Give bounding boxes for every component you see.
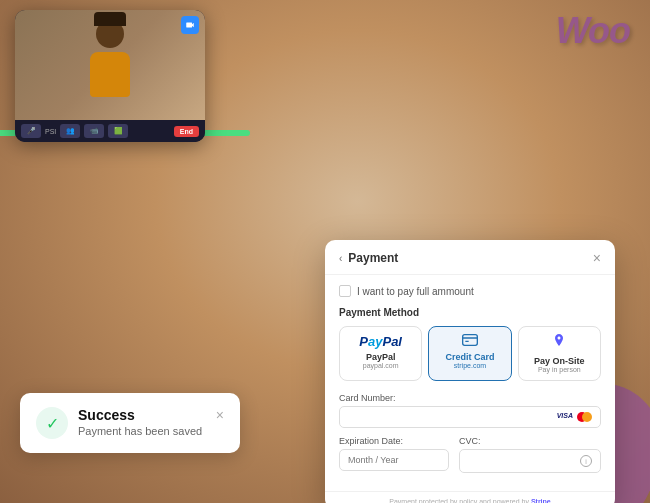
full-amount-label: I want to pay full ammount	[357, 286, 474, 297]
modal-header: ‹ Payment ×	[325, 240, 615, 275]
video-call-widget: 🎤 PSI 👥 📹 🟩 End	[15, 10, 205, 142]
full-amount-checkbox-row: I want to pay full ammount	[339, 285, 601, 297]
card-number-row: VISA	[339, 406, 601, 428]
success-close-button[interactable]: ×	[216, 407, 224, 423]
mic-button[interactable]: 🎤	[21, 124, 41, 138]
video-button[interactable]: 📹	[84, 124, 104, 138]
share-button[interactable]: 🟩	[108, 124, 128, 138]
pay-on-site-sub: Pay in person	[523, 366, 596, 373]
modal-back-arrow[interactable]: ‹	[339, 253, 342, 264]
cvc-row: i	[459, 449, 601, 473]
toolbar-label: PSI	[45, 128, 56, 135]
video-main-area	[15, 10, 205, 120]
person-hat	[94, 12, 126, 26]
success-checkmark-icon: ✓	[46, 414, 59, 433]
pay-on-site-method-button[interactable]: Pay On-Site Pay in person	[518, 326, 601, 381]
modal-body: I want to pay full ammount Payment Metho…	[325, 275, 615, 491]
full-amount-checkbox[interactable]	[339, 285, 351, 297]
paypal-method-button[interactable]: PayPal PayPal paypal.com	[339, 326, 422, 381]
video-toolbar: 🎤 PSI 👥 📹 🟩 End	[15, 120, 205, 142]
person-body	[90, 52, 130, 97]
pay-on-site-name: Pay On-Site	[523, 356, 596, 366]
payment-methods-group: PayPal PayPal paypal.com Credit Card str…	[339, 326, 601, 381]
mastercard-logo	[577, 412, 592, 422]
video-person	[80, 20, 140, 110]
success-toast: ✓ Success Payment has been saved ×	[20, 393, 240, 453]
credit-card-icon	[433, 334, 506, 349]
woo-logo: Woo	[556, 10, 630, 52]
end-call-button[interactable]: End	[174, 126, 199, 137]
stripe-footer: Payment protected by policy and powered …	[325, 491, 615, 503]
card-logos: VISA	[557, 412, 592, 422]
card-number-input[interactable]	[348, 412, 557, 422]
modal-title-row: ‹ Payment	[339, 251, 398, 265]
payment-modal: ‹ Payment × I want to pay full ammount P…	[325, 240, 615, 503]
person-head	[96, 20, 124, 48]
credit-card-sub: stripe.com	[433, 362, 506, 369]
cvc-label: CVC:	[459, 436, 601, 446]
cvc-input[interactable]	[468, 456, 580, 466]
credit-card-method-button[interactable]: Credit Card stripe.com	[428, 326, 511, 381]
payment-method-label: Payment Method	[339, 307, 601, 318]
card-number-label: Card Number:	[339, 393, 601, 403]
expiry-cvc-row: Expiration Date: CVC: i	[339, 436, 601, 473]
paypal-icon: PayPal	[344, 334, 417, 349]
paypal-sub: paypal.com	[344, 362, 417, 369]
success-text-block: Success Payment has been saved	[78, 407, 206, 437]
expiry-field-group: Expiration Date:	[339, 436, 449, 473]
svg-rect-0	[463, 335, 478, 346]
woo-logo-text: Woo	[556, 10, 630, 51]
people-button[interactable]: 👥	[60, 124, 80, 138]
modal-title: Payment	[348, 251, 398, 265]
cvc-info-icon[interactable]: i	[580, 455, 592, 467]
success-icon-wrap: ✓	[36, 407, 68, 439]
paypal-name: PayPal	[344, 352, 417, 362]
location-icon	[523, 334, 596, 353]
expiry-label: Expiration Date:	[339, 436, 449, 446]
stripe-brand: Stripe	[531, 498, 551, 503]
zoom-badge	[181, 16, 199, 34]
expiry-input[interactable]	[339, 449, 449, 471]
cvc-field-group: CVC: i	[459, 436, 601, 473]
success-title: Success	[78, 407, 206, 423]
modal-close-button[interactable]: ×	[593, 250, 601, 266]
credit-card-name: Credit Card	[433, 352, 506, 362]
success-subtitle: Payment has been saved	[78, 425, 206, 437]
visa-logo: VISA	[557, 412, 573, 422]
